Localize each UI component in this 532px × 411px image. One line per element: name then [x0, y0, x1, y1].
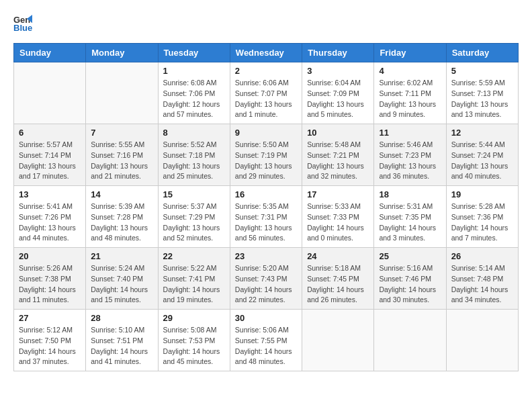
calendar-cell: 1Sunrise: 6:08 AM Sunset: 7:06 PM Daylig… — [158, 62, 230, 124]
day-number: 8 — [163, 128, 225, 138]
day-info: Sunrise: 5:50 AM Sunset: 7:19 PM Dayligh… — [235, 140, 297, 182]
day-info: Sunrise: 5:37 AM Sunset: 7:29 PM Dayligh… — [163, 201, 225, 244]
day-number: 24 — [307, 251, 369, 261]
calendar-cell: 18Sunrise: 5:31 AM Sunset: 7:35 PM Dayli… — [374, 186, 446, 248]
day-number: 11 — [379, 128, 441, 138]
calendar-cell — [374, 310, 446, 371]
day-number: 29 — [163, 313, 225, 323]
day-number: 17 — [307, 189, 369, 199]
calendar-cell: 14Sunrise: 5:39 AM Sunset: 7:28 PM Dayli… — [86, 186, 158, 248]
calendar-cell: 9Sunrise: 5:50 AM Sunset: 7:19 PM Daylig… — [230, 124, 302, 186]
day-number: 1 — [163, 66, 225, 76]
day-number: 22 — [163, 251, 225, 261]
calendar-cell: 20Sunrise: 5:26 AM Sunset: 7:38 PM Dayli… — [14, 248, 86, 310]
day-header-wednesday: Wednesday — [230, 44, 302, 62]
calendar-cell: 2Sunrise: 6:06 AM Sunset: 7:07 PM Daylig… — [230, 62, 302, 124]
calendar-cell: 24Sunrise: 5:18 AM Sunset: 7:45 PM Dayli… — [302, 248, 374, 310]
day-number: 20 — [19, 251, 81, 261]
calendar-cell — [446, 310, 518, 371]
day-header-monday: Monday — [86, 44, 158, 62]
day-info: Sunrise: 5:22 AM Sunset: 7:41 PM Dayligh… — [163, 263, 225, 306]
calendar-cell: 28Sunrise: 5:10 AM Sunset: 7:51 PM Dayli… — [86, 310, 158, 371]
day-info: Sunrise: 5:59 AM Sunset: 7:13 PM Dayligh… — [451, 78, 513, 120]
day-number: 27 — [19, 313, 81, 323]
day-info: Sunrise: 5:10 AM Sunset: 7:51 PM Dayligh… — [91, 325, 152, 367]
day-info: Sunrise: 5:57 AM Sunset: 7:14 PM Dayligh… — [19, 140, 81, 182]
calendar-cell: 8Sunrise: 5:52 AM Sunset: 7:18 PM Daylig… — [158, 124, 230, 186]
day-info: Sunrise: 5:46 AM Sunset: 7:23 PM Dayligh… — [379, 140, 441, 182]
calendar-header-row: SundayMondayTuesdayWednesdayThursdayFrid… — [14, 44, 519, 62]
day-info: Sunrise: 5:18 AM Sunset: 7:45 PM Dayligh… — [307, 263, 369, 306]
day-number: 13 — [19, 189, 81, 199]
calendar-cell: 22Sunrise: 5:22 AM Sunset: 7:41 PM Dayli… — [158, 248, 230, 310]
day-number: 10 — [307, 128, 369, 138]
calendar-cell: 30Sunrise: 5:06 AM Sunset: 7:55 PM Dayli… — [230, 310, 302, 371]
day-header-thursday: Thursday — [302, 44, 374, 62]
day-info: Sunrise: 5:52 AM Sunset: 7:18 PM Dayligh… — [163, 140, 225, 182]
calendar-week-row: 27Sunrise: 5:12 AM Sunset: 7:50 PM Dayli… — [14, 310, 519, 371]
calendar-cell: 13Sunrise: 5:41 AM Sunset: 7:26 PM Dayli… — [14, 186, 86, 248]
day-info: Sunrise: 5:55 AM Sunset: 7:16 PM Dayligh… — [91, 140, 152, 182]
calendar-cell: 10Sunrise: 5:48 AM Sunset: 7:21 PM Dayli… — [302, 124, 374, 186]
day-info: Sunrise: 6:08 AM Sunset: 7:06 PM Dayligh… — [163, 78, 225, 120]
day-number: 25 — [379, 251, 441, 261]
calendar-cell: 27Sunrise: 5:12 AM Sunset: 7:50 PM Dayli… — [14, 310, 86, 371]
day-number: 15 — [163, 189, 225, 199]
day-info: Sunrise: 5:28 AM Sunset: 7:36 PM Dayligh… — [451, 201, 513, 244]
calendar-cell — [302, 310, 374, 371]
day-info: Sunrise: 5:26 AM Sunset: 7:38 PM Dayligh… — [19, 263, 81, 306]
calendar-cell: 17Sunrise: 5:33 AM Sunset: 7:33 PM Dayli… — [302, 186, 374, 248]
day-header-sunday: Sunday — [14, 44, 86, 62]
calendar-cell: 21Sunrise: 5:24 AM Sunset: 7:40 PM Dayli… — [86, 248, 158, 310]
calendar-week-row: 6Sunrise: 5:57 AM Sunset: 7:14 PM Daylig… — [14, 124, 519, 186]
day-info: Sunrise: 5:31 AM Sunset: 7:35 PM Dayligh… — [379, 201, 441, 244]
day-number: 26 — [451, 251, 513, 261]
page-header: General Blue — [13, 13, 519, 32]
calendar-cell: 5Sunrise: 5:59 AM Sunset: 7:13 PM Daylig… — [446, 62, 518, 124]
day-info: Sunrise: 5:08 AM Sunset: 7:53 PM Dayligh… — [163, 325, 225, 367]
day-header-tuesday: Tuesday — [158, 44, 230, 62]
day-info: Sunrise: 5:14 AM Sunset: 7:48 PM Dayligh… — [451, 263, 513, 306]
calendar-cell: 19Sunrise: 5:28 AM Sunset: 7:36 PM Dayli… — [446, 186, 518, 248]
day-info: Sunrise: 5:39 AM Sunset: 7:28 PM Dayligh… — [91, 201, 152, 244]
day-number: 19 — [451, 189, 513, 199]
day-number: 3 — [307, 66, 369, 76]
svg-text:Blue: Blue — [13, 23, 32, 32]
day-number: 9 — [235, 128, 297, 138]
logo: General Blue — [13, 13, 35, 32]
day-info: Sunrise: 5:12 AM Sunset: 7:50 PM Dayligh… — [19, 325, 81, 367]
calendar-table: SundayMondayTuesdayWednesdayThursdayFrid… — [13, 43, 519, 371]
calendar-cell: 11Sunrise: 5:46 AM Sunset: 7:23 PM Dayli… — [374, 124, 446, 186]
calendar-week-row: 13Sunrise: 5:41 AM Sunset: 7:26 PM Dayli… — [14, 186, 519, 248]
calendar-cell: 23Sunrise: 5:20 AM Sunset: 7:43 PM Dayli… — [230, 248, 302, 310]
day-info: Sunrise: 5:35 AM Sunset: 7:31 PM Dayligh… — [235, 201, 297, 244]
day-number: 14 — [91, 189, 152, 199]
day-number: 5 — [451, 66, 513, 76]
calendar-cell — [86, 62, 158, 124]
day-info: Sunrise: 6:02 AM Sunset: 7:11 PM Dayligh… — [379, 78, 441, 120]
calendar-cell: 26Sunrise: 5:14 AM Sunset: 7:48 PM Dayli… — [446, 248, 518, 310]
calendar-cell: 25Sunrise: 5:16 AM Sunset: 7:46 PM Dayli… — [374, 248, 446, 310]
day-number: 28 — [91, 313, 152, 323]
day-info: Sunrise: 6:06 AM Sunset: 7:07 PM Dayligh… — [235, 78, 297, 120]
calendar-cell: 12Sunrise: 5:44 AM Sunset: 7:24 PM Dayli… — [446, 124, 518, 186]
day-info: Sunrise: 5:24 AM Sunset: 7:40 PM Dayligh… — [91, 263, 152, 306]
calendar-week-row: 20Sunrise: 5:26 AM Sunset: 7:38 PM Dayli… — [14, 248, 519, 310]
calendar-cell: 3Sunrise: 6:04 AM Sunset: 7:09 PM Daylig… — [302, 62, 374, 124]
day-info: Sunrise: 5:20 AM Sunset: 7:43 PM Dayligh… — [235, 263, 297, 306]
day-info: Sunrise: 5:48 AM Sunset: 7:21 PM Dayligh… — [307, 140, 369, 182]
calendar-cell: 15Sunrise: 5:37 AM Sunset: 7:29 PM Dayli… — [158, 186, 230, 248]
day-header-friday: Friday — [374, 44, 446, 62]
day-number: 16 — [235, 189, 297, 199]
calendar-cell: 7Sunrise: 5:55 AM Sunset: 7:16 PM Daylig… — [86, 124, 158, 186]
day-number: 2 — [235, 66, 297, 76]
day-info: Sunrise: 5:33 AM Sunset: 7:33 PM Dayligh… — [307, 201, 369, 244]
calendar-cell: 6Sunrise: 5:57 AM Sunset: 7:14 PM Daylig… — [14, 124, 86, 186]
calendar-cell: 29Sunrise: 5:08 AM Sunset: 7:53 PM Dayli… — [158, 310, 230, 371]
calendar-cell — [14, 62, 86, 124]
day-number: 7 — [91, 128, 152, 138]
day-info: Sunrise: 5:41 AM Sunset: 7:26 PM Dayligh… — [19, 201, 81, 244]
day-number: 6 — [19, 128, 81, 138]
day-number: 21 — [91, 251, 152, 261]
day-number: 18 — [379, 189, 441, 199]
